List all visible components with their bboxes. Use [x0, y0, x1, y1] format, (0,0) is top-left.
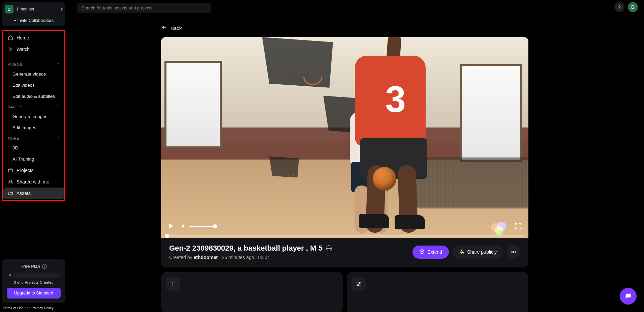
sidebar-item-ai-training[interactable]: AI Training: [3, 153, 64, 165]
sidebar-item-home[interactable]: Home: [3, 32, 64, 44]
sidebar-item-label: Home: [17, 35, 29, 40]
sidebar-item-shared[interactable]: Shared with me: [3, 176, 64, 188]
sidebar-item-label: Edit videos: [12, 83, 35, 88]
scene-window: [460, 64, 522, 162]
plan-title-row: Free Plan i: [7, 264, 61, 269]
asset-author[interactable]: ethdoomer: [193, 255, 218, 260]
section-header-images[interactable]: IMAGES ⌃: [3, 102, 64, 111]
video-player[interactable]: 3: [161, 37, 528, 238]
upgrade-button[interactable]: Upgrade to Standard: [7, 288, 61, 299]
terms-link[interactable]: Terms of Use: [3, 306, 24, 310]
jersey-number: 3: [385, 78, 404, 120]
section-title: VIDEOS: [8, 62, 22, 66]
scene-hoop: [269, 157, 299, 178]
video-controls: [161, 216, 528, 238]
plan-usage-bar: 0: [7, 273, 61, 278]
share-button[interactable]: Share publicly: [452, 246, 503, 259]
search-input[interactable]: Search for tools, assets and projects: [77, 3, 211, 13]
svg-point-4: [359, 282, 360, 283]
plan-projects-text: 0 of 3 Projects Created: [7, 280, 61, 284]
info-icon[interactable]: i: [42, 264, 47, 269]
sidebar-item-label: Generate videos: [12, 72, 46, 77]
sep: ·: [218, 255, 222, 260]
sidebar-item-label: Generate images: [12, 114, 48, 119]
invite-collaborators[interactable]: + Invite Collaborators: [2, 15, 65, 26]
help-icon: ?: [618, 4, 621, 10]
volume-knob[interactable]: [213, 224, 217, 228]
workspace-switcher[interactable]: D 1 member ▴▾: [2, 2, 65, 16]
back-button[interactable]: Back: [161, 25, 528, 32]
volume-icon: [181, 223, 187, 230]
sidebar-item-3d[interactable]: 3D: [3, 142, 64, 153]
svg-point-5: [358, 285, 359, 286]
section-header-more[interactable]: MORE ⌃: [3, 133, 64, 142]
chat-fab[interactable]: [620, 288, 637, 305]
legal-and: and: [24, 306, 31, 310]
sidebar-item-generate-videos[interactable]: Generate videos: [3, 68, 64, 80]
user-avatar[interactable]: D: [628, 2, 638, 12]
sep: ·: [254, 255, 258, 260]
text-tool-icon: T: [166, 277, 180, 291]
plan-title: Free Plan: [21, 264, 40, 269]
play-outline-icon: [8, 47, 13, 52]
privacy-link[interactable]: Privacy Policy: [31, 306, 53, 310]
plan-card: Free Plan i 0 0 of 3 Projects Created Up…: [2, 259, 65, 303]
scene-window: [164, 61, 222, 148]
sidebar-item-label: Assets: [17, 191, 31, 196]
asset-age: 26 minutes ago: [222, 255, 254, 260]
updown-icon[interactable]: ▴▾: [61, 7, 63, 11]
share-icon: [459, 249, 464, 255]
search-placeholder-text: Search for tools, assets and projects: [82, 5, 152, 10]
help-button[interactable]: ?: [614, 2, 624, 12]
seek-bar[interactable]: [165, 235, 524, 236]
people-icon: [8, 179, 13, 185]
sidebar-item-label: Shared with me: [17, 179, 49, 185]
seek-handle[interactable]: [165, 234, 169, 238]
asset-title-text: Gen-2 2309830029, a basketball player , …: [169, 244, 323, 253]
extend-label: Extend: [427, 249, 442, 255]
extend-icon: [419, 249, 425, 255]
sidebar-item-edit-audio-subtitles[interactable]: Edit audio & subtitles: [3, 91, 64, 102]
arrow-left-icon: [161, 25, 167, 32]
chevron-up-icon: ⌃: [56, 136, 60, 140]
play-button[interactable]: [167, 222, 175, 231]
sidebar-item-generate-images[interactable]: Generate images: [3, 111, 64, 122]
svg-point-2: [11, 180, 12, 181]
volume-control[interactable]: [181, 223, 215, 230]
sliders-icon: [351, 277, 366, 291]
sidebar-nav-highlight: Home Watch VIDEOS ⌃ Generate videos Edit…: [2, 30, 65, 201]
text-glyph: T: [171, 280, 175, 288]
extend-button[interactable]: Extend: [412, 246, 449, 259]
chevron-up-icon: ⌃: [56, 105, 60, 109]
asset-title: Gen-2 2309830029, a basketball player , …: [169, 244, 332, 253]
sidebar-item-assets[interactable]: Assets: [3, 188, 64, 199]
fullscreen-button[interactable]: [514, 222, 522, 230]
section-header-videos[interactable]: VIDEOS ⌃: [3, 59, 64, 68]
sidebar-item-label: Watch: [17, 47, 30, 52]
sidebar-item-edit-videos[interactable]: Edit videos: [3, 80, 64, 91]
sidebar-item-label: AI Training: [12, 157, 34, 162]
created-prefix: Created by: [169, 255, 193, 260]
sidebar-item-label: 3D: [12, 145, 18, 150]
sidebar-item-watch[interactable]: Watch: [3, 44, 64, 55]
asset-card: 3: [161, 37, 528, 267]
back-label: Back: [171, 25, 182, 31]
scene-basketball: [373, 167, 396, 191]
panel-text[interactable]: T: [161, 272, 343, 312]
plan-usage-value: 0: [7, 274, 13, 277]
sidebar-item-edit-images[interactable]: Edit images: [3, 122, 64, 133]
section-title: IMAGES: [8, 105, 23, 109]
panel-settings[interactable]: [347, 272, 528, 312]
asset-duration: 00:04: [258, 255, 270, 260]
sidebar-item-projects[interactable]: Projects: [3, 165, 64, 176]
home-icon: [8, 35, 13, 40]
more-button[interactable]: •••: [507, 245, 520, 259]
svg-rect-0: [8, 169, 12, 172]
section-title: MORE: [8, 136, 19, 140]
workspace-members: 1 member: [16, 7, 34, 11]
sidebar-item-label: Projects: [17, 168, 34, 173]
scene-player-fg: 3: [335, 37, 456, 226]
svg-point-1: [9, 180, 10, 181]
projects-icon: [8, 168, 13, 173]
volume-slider[interactable]: [189, 226, 215, 227]
